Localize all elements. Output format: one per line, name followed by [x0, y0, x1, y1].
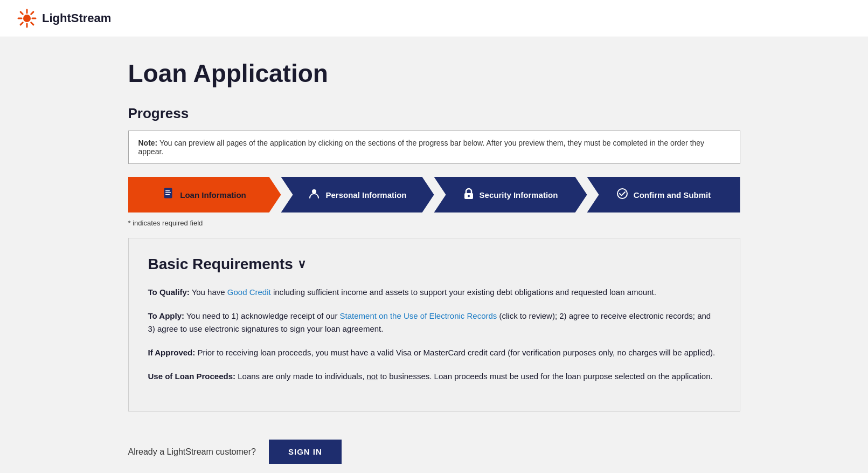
- svg-point-0: [23, 15, 31, 22]
- page-title: Loan Application: [128, 59, 740, 88]
- req-proceeds-label: Use of Loan Proceeds:: [148, 372, 236, 381]
- good-credit-link[interactable]: Good Credit: [227, 287, 271, 297]
- progress-label: Progress: [128, 105, 740, 122]
- note-prefix: Note:: [138, 139, 158, 147]
- sign-in-button[interactable]: SIGN IN: [269, 440, 342, 464]
- note-box: Note: You can preview all pages of the a…: [128, 131, 740, 164]
- note-text: You can preview all pages of the applica…: [138, 139, 705, 156]
- svg-line-5: [20, 12, 23, 14]
- svg-line-8: [20, 23, 23, 25]
- req-row-qualify: To Qualify: You have Good Credit includi…: [148, 286, 720, 299]
- svg-rect-12: [165, 194, 170, 195]
- req-row-apply: To Apply: You need to 1) acknowledge rec…: [148, 310, 720, 335]
- svg-point-15: [468, 195, 470, 197]
- req-approved-text: Prior to receiving loan proceeds, you mu…: [197, 348, 715, 357]
- signin-section: Already a LightStream customer? SIGN IN: [128, 429, 740, 473]
- progress-bar: Loan Information Personal Information Se…: [128, 177, 740, 212]
- svg-line-6: [31, 23, 33, 25]
- step-confirm-submit[interactable]: Confirm and Submit: [587, 177, 740, 212]
- requirements-title-text: Basic Requirements: [148, 256, 293, 273]
- svg-point-16: [617, 189, 627, 198]
- req-approved-label: If Approved:: [148, 348, 196, 357]
- req-apply-text-before: You need to 1) acknowledge receipt of ou…: [186, 311, 340, 320]
- req-qualify-label: To Qualify:: [148, 287, 190, 297]
- req-row-approved: If Approved: Prior to receiving loan pro…: [148, 346, 720, 359]
- required-note: * indicates required field: [128, 219, 740, 227]
- document-icon: [163, 188, 175, 202]
- req-proceeds-text-after: to businesses. Loan proceeds must be use…: [380, 372, 713, 381]
- svg-point-13: [312, 189, 316, 194]
- site-header: LightStream: [0, 0, 868, 37]
- checkmark-icon: [616, 188, 628, 202]
- step-confirm-submit-label: Confirm and Submit: [634, 190, 711, 200]
- step-security-information-label: Security Information: [480, 190, 558, 200]
- chevron-down-icon[interactable]: ∨: [297, 257, 306, 271]
- lightstream-logo-icon: [17, 9, 37, 28]
- req-qualify-text-after: including sufficient income and assets t…: [273, 287, 656, 297]
- svg-line-7: [31, 12, 33, 14]
- step-personal-information-label: Personal Information: [325, 190, 406, 200]
- step-personal-information[interactable]: Personal Information: [281, 177, 434, 212]
- step-loan-information[interactable]: Loan Information: [128, 177, 281, 212]
- logo: LightStream: [17, 9, 111, 28]
- main-content: Loan Application Progress Note: You can …: [111, 37, 758, 473]
- lock-icon: [463, 188, 474, 202]
- person-icon: [308, 188, 320, 202]
- step-security-information[interactable]: Security Information: [434, 177, 587, 212]
- req-proceeds-not: not: [367, 372, 378, 381]
- logo-text: LightStream: [42, 11, 111, 25]
- requirements-title[interactable]: Basic Requirements ∨: [148, 256, 720, 273]
- step-loan-information-label: Loan Information: [180, 190, 246, 200]
- electronic-records-link[interactable]: Statement on the Use of Electronic Recor…: [340, 311, 497, 320]
- req-proceeds-text-before: Loans are only made to individuals,: [238, 372, 366, 381]
- req-row-proceeds: Use of Loan Proceeds: Loans are only mad…: [148, 370, 720, 383]
- svg-rect-10: [165, 190, 170, 191]
- req-qualify-text-before: You have: [192, 287, 227, 297]
- svg-rect-11: [165, 192, 171, 193]
- signin-label: Already a LightStream customer?: [128, 447, 256, 457]
- requirements-box: Basic Requirements ∨ To Qualify: You hav…: [128, 238, 740, 412]
- req-apply-label: To Apply:: [148, 311, 185, 320]
